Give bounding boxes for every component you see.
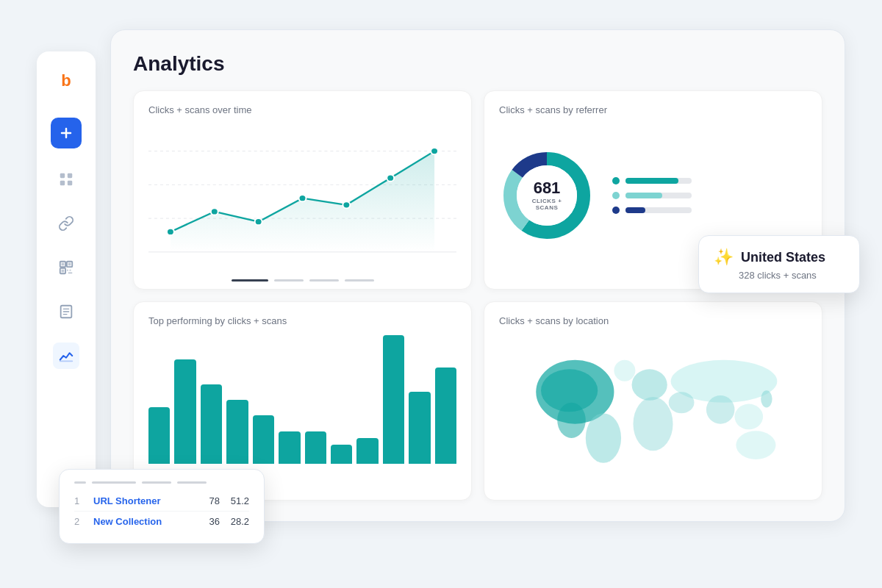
donut-label: 681 CLICKS + SCANS: [523, 180, 571, 211]
bar-3: [201, 384, 222, 465]
bar-11: [409, 392, 430, 464]
world-map-svg: [499, 335, 807, 477]
charts-grid: Clicks + scans over time: [133, 90, 822, 501]
donut-sub: CLICKS + SCANS: [523, 198, 571, 211]
bar-6: [279, 431, 300, 464]
row2-num: 2: [74, 516, 85, 527]
bar-chart-title: Top performing by clicks + scans: [148, 315, 456, 326]
sidebar-item-pages[interactable]: [53, 298, 79, 325]
bar-7: [305, 431, 326, 464]
map-chart-title: Clicks + scans by location: [499, 315, 807, 326]
legend-bar-bg-1: [625, 178, 692, 184]
svg-text:b: b: [61, 71, 71, 90]
svg-point-24: [299, 195, 306, 201]
bar-10: [383, 335, 404, 464]
float-card-table: 1 URL Shortener 78 51.2 2 New Collection…: [59, 469, 265, 544]
svg-rect-4: [60, 181, 65, 185]
svg-point-26: [387, 175, 394, 182]
row1-clicks: 78: [199, 495, 220, 506]
svg-point-43: [761, 390, 772, 407]
donut-number: 681: [523, 180, 571, 196]
svg-rect-2: [60, 173, 65, 178]
svg-point-37: [633, 397, 673, 451]
bar-12: [435, 368, 456, 464]
svg-point-42: [736, 431, 775, 459]
bar-2: [174, 359, 196, 464]
th-line-1: [74, 481, 86, 484]
page-title: Analytics: [133, 52, 822, 76]
add-button[interactable]: [51, 118, 82, 148]
legend-bar-bg-2: [625, 193, 692, 198]
legend-dot-2: [612, 192, 620, 199]
bar-1: [148, 407, 170, 464]
row1-name[interactable]: URL Shortener: [93, 495, 190, 506]
sidebar-item-dashboard[interactable]: [53, 166, 79, 193]
svg-point-45: [541, 369, 598, 412]
bar-4: [226, 400, 248, 465]
svg-rect-5: [68, 181, 72, 185]
svg-rect-14: [68, 272, 73, 273]
float-card-country: United States: [741, 250, 825, 265]
table-header-deco: [74, 481, 249, 484]
sidebar-item-links[interactable]: [53, 210, 79, 237]
svg-point-41: [734, 404, 763, 430]
th-line-4: [177, 481, 207, 484]
th-line-2: [92, 481, 136, 484]
svg-rect-13: [70, 270, 71, 271]
map-chart-card: Clicks + scans by location: [484, 301, 822, 501]
svg-point-23: [255, 218, 262, 225]
svg-point-39: [669, 392, 695, 413]
trending-icon: ✨: [714, 248, 734, 267]
svg-point-36: [632, 369, 667, 400]
svg-rect-3: [68, 173, 72, 178]
row1-percent: 51.2: [229, 495, 249, 506]
legend-item-1: [612, 177, 692, 184]
row2-name[interactable]: New Collection: [93, 516, 190, 527]
sidebar: b: [37, 51, 96, 507]
table-row-2: 2 New Collection 36 28.2: [74, 511, 249, 531]
float-card-united-states: ✨ United States 328 clicks + scans: [698, 235, 860, 293]
row2-percent: 28.2: [229, 516, 249, 527]
th-line-3: [142, 481, 171, 484]
svg-point-27: [431, 148, 438, 154]
float-card-stats: 328 clicks + scans: [739, 270, 845, 281]
logo: b: [51, 66, 82, 100]
row2-clicks: 36: [199, 516, 220, 527]
legend-bar-fill-1: [625, 178, 678, 184]
svg-point-35: [586, 413, 621, 463]
line-chart-card: Clicks + scans over time: [133, 90, 472, 290]
float-card-header: ✨ United States: [714, 248, 845, 267]
line-chart-title: Clicks + scans over time: [148, 104, 456, 115]
legend-item-2: [612, 192, 692, 199]
referrer-legend: [612, 177, 692, 214]
svg-rect-12: [67, 270, 68, 271]
legend-bar-fill-2: [625, 193, 662, 198]
svg-point-25: [343, 201, 350, 208]
map-area: [499, 335, 807, 477]
svg-point-22: [211, 208, 218, 215]
deco-lines: [134, 279, 471, 289]
svg-point-40: [706, 395, 735, 424]
table-row-1: 1 URL Shortener 78 51.2: [74, 491, 249, 511]
donut-chart: 681 CLICKS + SCANS: [499, 148, 595, 243]
svg-rect-7: [62, 263, 65, 266]
sidebar-item-analytics[interactable]: [53, 343, 79, 369]
sidebar-item-qrcodes[interactable]: [53, 254, 79, 281]
legend-dot-1: [612, 177, 620, 184]
referrer-chart-title: Clicks + scans by referrer: [499, 104, 807, 115]
bar-8: [331, 445, 352, 464]
bar-9: [356, 438, 378, 464]
legend-dot-3: [612, 207, 620, 214]
bar-5: [253, 415, 274, 465]
svg-rect-16: [60, 360, 73, 362]
svg-rect-11: [62, 270, 65, 273]
bar-chart-area: [148, 335, 456, 470]
legend-item-3: [612, 207, 692, 214]
svg-rect-9: [68, 263, 71, 266]
row1-num: 1: [74, 495, 85, 506]
legend-bar-fill-3: [625, 207, 645, 213]
line-chart-area: [148, 124, 456, 259]
svg-point-21: [167, 229, 174, 235]
svg-point-44: [614, 360, 635, 381]
legend-bar-bg-3: [625, 207, 692, 213]
